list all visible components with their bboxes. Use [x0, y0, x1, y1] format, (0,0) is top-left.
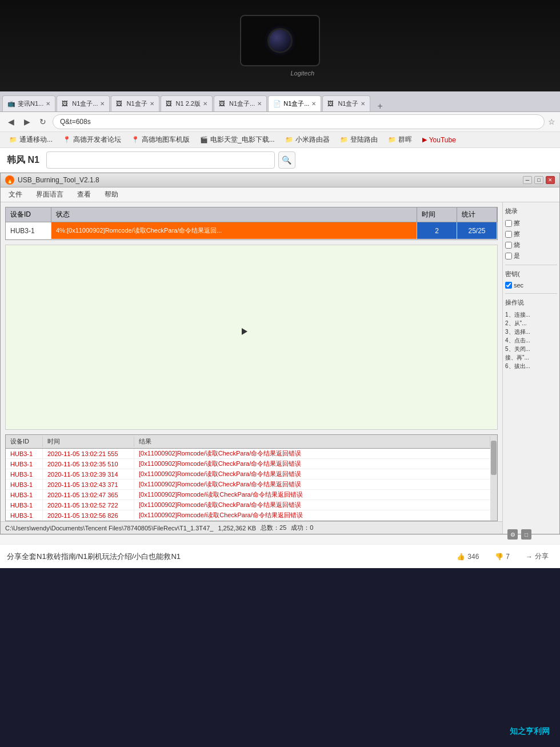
watermark: 知之亨利网	[510, 726, 550, 737]
share-button[interactable]: → 分享	[521, 549, 553, 564]
checkbox-sec-input[interactable]	[505, 282, 512, 289]
tab-1[interactable]: 🖼 N1盒子... ✕	[57, 95, 110, 111]
video-title: 分享全套N1救砖指南/N1刷机玩法介绍/小白也能救N1	[7, 552, 443, 562]
search-button[interactable]: 🔍	[278, 151, 295, 169]
checkbox-erase1[interactable]: 擦	[505, 219, 557, 227]
menu-file[interactable]: 文件	[5, 189, 26, 201]
bookmark-star-icon[interactable]: ☆	[548, 117, 555, 126]
checkbox-burn-label: 烧	[514, 241, 520, 249]
menu-help[interactable]: 帮助	[101, 189, 122, 201]
settings-icon[interactable]: ⚙	[507, 529, 518, 540]
usb-tool-icon: 🔥	[5, 175, 14, 185]
bl-col-time: 时间	[43, 436, 134, 447]
video-info: 分享全套N1救砖指南/N1刷机玩法介绍/小白也能救N1 👍 346 👎 7 → …	[0, 544, 560, 568]
log-time-2: 2020-11-05 13:02:39 314	[43, 469, 134, 479]
tab-4[interactable]: 🖼 N1盒子... ✕	[214, 95, 267, 111]
bookmark-1[interactable]: 📍 高德开发者论坛	[58, 134, 126, 146]
bookmark-label-5: 登陆路由	[350, 135, 378, 145]
checkbox-erase2[interactable]: 擦	[505, 230, 557, 238]
instruction-7: 6、拔出...	[505, 362, 557, 370]
right-divider-2	[505, 293, 557, 294]
log-time-4: 2020-11-05 13:02:47 365	[43, 490, 134, 500]
bl-col-device-id: 设备ID	[6, 436, 43, 447]
checkbox-yes[interactable]: 是	[505, 251, 557, 260]
checkbox-yes-label: 是	[514, 251, 520, 260]
dislike-count: 7	[506, 553, 510, 561]
log-area	[5, 245, 498, 430]
log-id-6: HUB3-1	[6, 510, 43, 520]
col-status: 状态	[51, 207, 417, 222]
tab-close-5[interactable]: ✕	[311, 101, 316, 107]
maximize-button[interactable]: □	[534, 176, 543, 184]
tab-6[interactable]: 🖼 N1盒子 ✕	[322, 95, 370, 111]
col-time: 时间	[417, 207, 457, 222]
bookmark-6[interactable]: 📁 群晖	[383, 134, 417, 146]
tab-close-4[interactable]: ✕	[257, 101, 262, 107]
new-tab-button[interactable]: +	[374, 101, 386, 111]
log-result-0: [0x11000902]Romcode/读取CheckPara/命令结果返回错误	[134, 449, 497, 458]
search-input[interactable]	[46, 151, 275, 169]
window-icon[interactable]: □	[521, 529, 531, 540]
usb-tool-left-panel: 设备ID 状态 时间 统计 HUB3-1 4%:[0x11000902]Romc…	[1, 202, 502, 534]
tab-close-1[interactable]: ✕	[100, 101, 105, 107]
bookmark-0[interactable]: 📁 通通移动...	[5, 134, 57, 146]
tab-close-3[interactable]: ✕	[203, 101, 207, 107]
instruction-2: 2、从"...	[505, 319, 557, 327]
checkbox-erase1-input[interactable]	[505, 220, 512, 227]
log-row-3: HUB3-1 2020-11-05 13:02:43 371 [0x110009…	[6, 480, 497, 490]
bookmark-icon-2: 📍	[131, 136, 139, 143]
device-row-1: HUB3-1 4%:[0x11000902]Romcode/读取CheckPar…	[6, 222, 497, 239]
tab-close-0[interactable]: ✕	[46, 101, 50, 107]
tab-label-6: N1盒子	[338, 99, 358, 108]
tab-favicon-0: 📺	[7, 100, 15, 108]
bookmark-5[interactable]: 📁 登陆路由	[335, 134, 382, 146]
tab-0[interactable]: 📺 斐讯N1... ✕	[2, 95, 55, 111]
bookmark-2[interactable]: 📍 高德地图车机版	[127, 134, 194, 146]
right-divider-1	[505, 265, 557, 265]
tab-close-6[interactable]: ✕	[361, 101, 365, 107]
forward-button[interactable]: ▶	[21, 115, 33, 128]
checkbox-burn-input[interactable]	[505, 242, 512, 249]
dislike-button[interactable]: 👎 7	[490, 550, 514, 563]
instructions-content: 1、连接... 2、从"... 3、选择... 4、点击... 5、关闭... …	[505, 310, 557, 370]
menu-language[interactable]: 界面语言	[33, 189, 67, 201]
status-bar: C:\Users\wendy\Documents\Tencent Files\7…	[1, 521, 502, 534]
tab-5[interactable]: 📄 N1盒子... ✕	[268, 95, 321, 111]
tab-close-2[interactable]: ✕	[150, 101, 154, 107]
menu-view[interactable]: 查看	[74, 189, 94, 201]
bookmark-3[interactable]: 🎬 电影天堂_电影下载...	[195, 134, 279, 146]
back-button[interactable]: ◀	[5, 115, 17, 128]
log-scrollbar-thumb[interactable]	[491, 441, 497, 475]
tab-label-0: 斐讯N1...	[18, 99, 43, 108]
burn-label: 烧录	[505, 207, 557, 215]
device-table: 设备ID 状态 时间 统计 HUB3-1 4%:[0x11000902]Romc…	[5, 207, 498, 240]
log-id-0: HUB3-1	[6, 449, 43, 458]
log-row-5: HUB3-1 2020-11-05 13:02:52 722 [0x110009…	[6, 500, 497, 510]
tab-favicon-5: 📄	[273, 100, 281, 108]
checkbox-erase2-input[interactable]	[505, 231, 512, 238]
thumbs-up-icon: 👍	[457, 553, 465, 561]
log-result-4: [0x11000902]Romcode/i读取CheckPara/命令结果返回错…	[134, 490, 497, 500]
youtube-icon: ▶	[422, 136, 427, 143]
like-button[interactable]: 👍 346	[452, 550, 483, 563]
checkbox-yes-input[interactable]	[505, 253, 512, 259]
device-status-cell: 4%:[0x11000902]Romcode/读取CheckPara/命令结果返…	[51, 222, 417, 239]
share-icon: →	[526, 553, 533, 561]
bookmark-4[interactable]: 📁 小米路由器	[281, 134, 334, 146]
address-input[interactable]	[53, 114, 545, 129]
tab-3[interactable]: 🖼 N1 2.2版 ✕	[161, 95, 213, 111]
instruction-3: 3、选择...	[505, 327, 557, 336]
refresh-button[interactable]: ↻	[37, 115, 49, 128]
bottom-log-header: 设备ID 时间 结果	[6, 435, 497, 449]
address-bar-area: ◀ ▶ ↻ ☆	[0, 112, 560, 132]
checkbox-burn[interactable]: 烧	[505, 241, 557, 249]
bookmark-label-7: YouTube	[429, 136, 456, 144]
tab-2[interactable]: 🖼 N1盒子 ✕	[111, 95, 159, 111]
close-button[interactable]: ✕	[546, 176, 555, 184]
checkbox-sec[interactable]: sec	[505, 282, 557, 289]
log-scrollbar[interactable]	[490, 435, 497, 521]
minimize-button[interactable]: ─	[523, 176, 532, 184]
status-path: C:\Users\wendy\Documents\Tencent Files\7…	[5, 525, 213, 532]
device-id-cell: HUB3-1	[6, 222, 51, 239]
bookmark-youtube[interactable]: ▶ YouTube	[418, 135, 461, 145]
